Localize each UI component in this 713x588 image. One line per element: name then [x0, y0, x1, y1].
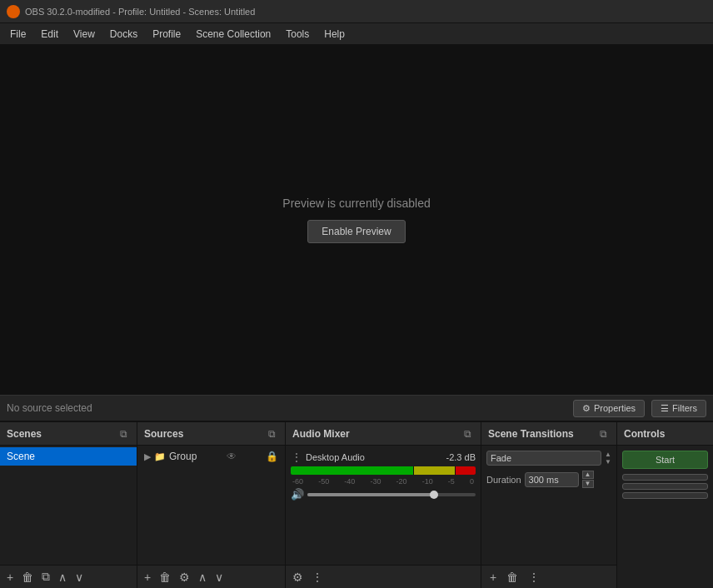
duration-row: Duration ▲ ▼ — [481, 469, 616, 490]
title-bar: OBS 30.2.0-modified - Profile: Untitled … — [0, 0, 713, 23]
menu-tools[interactable]: Tools — [279, 27, 316, 42]
volume-fill — [307, 493, 434, 496]
control-buttons — [617, 472, 713, 501]
audio-track: ⋮ Desktop Audio -2.3 dB -60 -50 -40 — [286, 447, 481, 504]
meter-yellow — [414, 466, 455, 475]
source-settings-button[interactable]: ⚙ — [176, 569, 193, 586]
source-bar: No source selected ⚙ Properties ☰ Filter… — [0, 395, 713, 421]
transition-add-button[interactable]: + — [486, 569, 500, 586]
source-lock-button[interactable]: 🔒 — [266, 451, 278, 462]
audio-tracks-list: ⋮ Desktop Audio -2.3 dB -60 -50 -40 — [286, 446, 481, 565]
sources-panel-header: Sources ⧉ — [137, 422, 285, 446]
source-move-up-button[interactable]: ∧ — [195, 569, 210, 586]
audio-panel-footer: ⚙ ⋮ — [286, 565, 481, 588]
audio-meter-bar — [291, 466, 476, 475]
preview-area: Preview is currently disabled Enable Pre… — [0, 45, 713, 395]
source-delete-button[interactable]: 🗑 — [156, 569, 174, 586]
source-visibility-button[interactable]: 👁 — [227, 451, 237, 462]
menu-scene-collection[interactable]: Scene Collection — [189, 27, 277, 42]
transition-delete-button[interactable]: 🗑 — [503, 569, 521, 586]
transitions-panel: Scene Transitions ⧉ Fade Cut Swipe Slide… — [481, 422, 617, 588]
preview-disabled-text: Preview is currently disabled — [282, 197, 430, 210]
sources-list: ▶ 📁 Group 👁 🔒 — [137, 446, 285, 565]
filters-label: Filters — [672, 403, 697, 413]
ctrl-btn-3[interactable] — [622, 492, 708, 499]
menu-edit[interactable]: Edit — [34, 27, 65, 42]
transitions-content: Fade Cut Swipe Slide Stinger Fade to Col… — [481, 446, 616, 565]
meter-green — [291, 466, 413, 475]
audio-scale: -60 -50 -40 -30 -20 -10 -5 0 — [291, 477, 476, 486]
sources-panel-footer: + 🗑 ⚙ ∧ ∨ — [137, 565, 285, 588]
properties-button[interactable]: ⚙ Properties — [573, 400, 645, 417]
menu-profile[interactable]: Profile — [146, 27, 187, 42]
filters-icon: ☰ — [661, 403, 669, 414]
scene-move-up-button[interactable]: ∧ — [55, 569, 70, 586]
scenes-panel-title: Scenes — [7, 428, 42, 440]
properties-icon: ⚙ — [582, 403, 591, 414]
transition-select[interactable]: Fade Cut Swipe Slide Stinger Fade to Col… — [486, 451, 601, 466]
sources-panel: Sources ⧉ ▶ 📁 Group 👁 🔒 + 🗑 ⚙ ∧ ∨ — [137, 422, 286, 588]
audio-track-header: ⋮ Desktop Audio -2.3 dB — [291, 451, 476, 464]
controls-content: Start — [617, 446, 713, 588]
scene-duplicate-button[interactable]: ⧉ — [38, 568, 53, 586]
duration-up-button[interactable]: ▲ — [582, 471, 594, 479]
source-item-label: Group — [169, 451, 197, 462]
audio-mixer-panel: Audio Mixer ⧉ ⋮ Desktop Audio -2.3 dB — [286, 422, 481, 588]
scenes-panel-menu[interactable]: ⧉ — [117, 427, 130, 441]
folder-icon: 📁 — [154, 451, 166, 462]
transitions-panel-header: Scene Transitions ⧉ — [481, 422, 616, 446]
menu-help[interactable]: Help — [317, 27, 352, 42]
controls-panel-title: Controls — [624, 428, 665, 440]
transitions-panel-menu[interactable]: ⧉ — [597, 427, 610, 441]
volume-slider[interactable] — [307, 493, 476, 496]
audio-track-name: Desktop Audio — [306, 452, 365, 462]
audio-meter — [291, 466, 476, 475]
scenes-list: Scene — [0, 446, 137, 565]
controls-panel-header: Controls — [617, 422, 713, 446]
sources-panel-title: Sources — [144, 428, 183, 440]
scene-add-button[interactable]: + — [3, 569, 17, 586]
window-title: OBS 30.2.0-modified - Profile: Untitled … — [25, 7, 255, 17]
transition-more-button[interactable]: ⋮ — [525, 569, 543, 586]
filters-button[interactable]: ☰ Filters — [651, 400, 706, 417]
audio-controls: 🔊 — [291, 488, 476, 501]
no-source-label: No source selected — [7, 402, 566, 414]
app-icon — [7, 5, 20, 18]
volume-knob — [430, 491, 438, 499]
scene-move-down-button[interactable]: ∨ — [72, 569, 87, 586]
transition-select-row: Fade Cut Swipe Slide Stinger Fade to Col… — [481, 447, 616, 469]
audio-track-dots[interactable]: ⋮ — [291, 451, 302, 464]
mute-button[interactable]: 🔊 — [291, 488, 304, 501]
duration-down-button[interactable]: ▼ — [582, 480, 594, 488]
menu-docks[interactable]: Docks — [103, 27, 144, 42]
properties-label: Properties — [594, 403, 636, 413]
ctrl-btn-2[interactable] — [622, 483, 708, 490]
audio-panel-menu[interactable]: ⧉ — [461, 427, 474, 441]
transitions-panel-title: Scene Transitions — [488, 428, 574, 440]
audio-db-level: -2.3 dB — [446, 452, 476, 462]
ctrl-btn-1[interactable] — [622, 474, 708, 481]
scene-delete-button[interactable]: 🗑 — [18, 569, 37, 586]
source-add-button[interactable]: + — [141, 569, 154, 586]
transition-chevrons: ▲ ▼ — [605, 451, 611, 466]
bottom-panels: Scenes ⧉ Scene + 🗑 ⧉ ∧ ∨ Sources ⧉ ▶ 📁 G… — [0, 421, 713, 588]
enable-preview-button[interactable]: Enable Preview — [307, 220, 405, 243]
scenes-panel-header: Scenes ⧉ — [0, 422, 137, 446]
audio-settings-button[interactable]: ⚙ — [289, 569, 307, 586]
scenes-panel: Scenes ⧉ Scene + 🗑 ⧉ ∧ ∨ — [0, 422, 137, 588]
duration-input[interactable] — [525, 472, 579, 487]
source-move-down-button[interactable]: ∨ — [212, 569, 227, 586]
scene-item[interactable]: Scene — [0, 447, 137, 466]
scene-item-label: Scene — [7, 451, 35, 462]
sources-panel-menu[interactable]: ⧉ — [266, 427, 278, 441]
menu-bar: File Edit View Docks Profile Scene Colle… — [0, 23, 713, 45]
start-recording-button[interactable]: Start — [622, 451, 708, 469]
menu-file[interactable]: File — [3, 27, 32, 42]
audio-more-button[interactable]: ⋮ — [308, 569, 327, 586]
duration-spin: ▲ ▼ — [582, 471, 594, 488]
scenes-panel-footer: + 🗑 ⧉ ∧ ∨ — [0, 565, 137, 588]
source-item[interactable]: ▶ 📁 Group 👁 🔒 — [137, 447, 285, 466]
controls-panel: Controls Start — [617, 422, 713, 588]
transitions-panel-footer: + 🗑 ⋮ — [481, 565, 616, 588]
menu-view[interactable]: View — [67, 27, 102, 42]
